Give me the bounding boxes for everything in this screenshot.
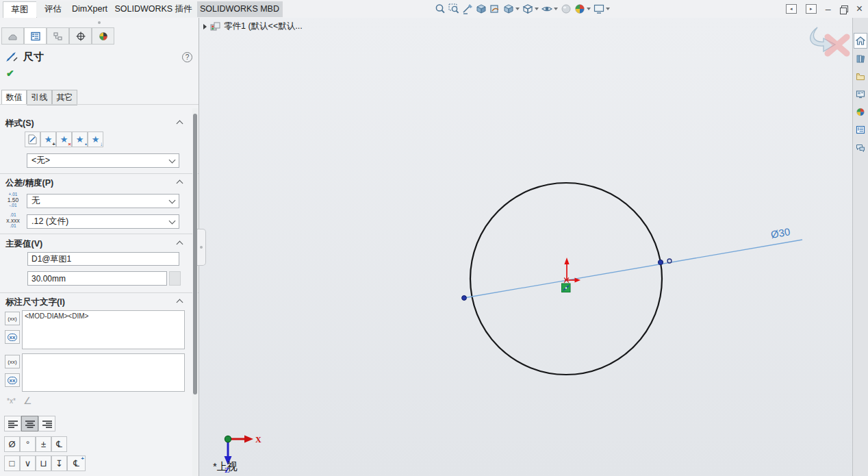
graphics-viewport[interactable]: 零件1 (默认<<默认... Ø30 — [199, 18, 852, 476]
add-style-button[interactable]: ★+ — [40, 131, 56, 147]
dimension-icon — [5, 51, 19, 63]
justify-left-button[interactable] — [4, 416, 21, 431]
zoom-fit-icon[interactable] — [434, 3, 446, 15]
dynamic-annotation-icon[interactable] — [489, 3, 501, 15]
minimize-button[interactable]: – — [826, 1, 831, 16]
view-orientation-icon[interactable] — [502, 3, 520, 15]
view-settings-caret-icon[interactable] — [606, 8, 610, 10]
confirmation-corner — [810, 27, 847, 53]
relation-badge[interactable] — [562, 284, 571, 292]
precision-dropdown[interactable]: .12 (文件) — [27, 214, 179, 229]
apply-scene-icon[interactable] — [574, 3, 591, 15]
sketch-canvas[interactable]: Ø30 — [199, 18, 852, 476]
view-settings-icon[interactable] — [593, 3, 611, 15]
centerline-symbol-button[interactable]: ℄ — [51, 436, 67, 452]
tab-dimxpertmanager[interactable] — [69, 27, 92, 45]
panel-splitter-handle[interactable] — [197, 229, 206, 266]
section-view-icon[interactable] — [475, 3, 487, 15]
style-dropdown-caret-icon — [169, 156, 176, 163]
restore-button[interactable] — [840, 5, 847, 13]
sketch-circle[interactable] — [470, 183, 662, 375]
dimension-name-input[interactable] — [27, 252, 179, 266]
style-dropdown[interactable]: <无> — [27, 153, 179, 168]
tab-evaluate[interactable]: 评估 — [36, 1, 71, 17]
hide-show-items-icon[interactable] — [541, 3, 559, 15]
tab-propertymanager[interactable] — [24, 27, 47, 45]
sketch-point-on-circle[interactable] — [658, 260, 663, 264]
file-explorer-icon[interactable] — [854, 68, 867, 84]
dimension-value-input[interactable] — [27, 271, 167, 286]
view-orientation-label: *上视 — [213, 460, 238, 473]
apply-default-style-button[interactable] — [25, 131, 40, 147]
tab-configurationmanager[interactable] — [47, 27, 69, 45]
tab-mbd[interactable]: SOLIDWORKS MBD — [197, 1, 283, 17]
load-style-button[interactable]: ★↓ — [88, 131, 103, 147]
tab-sketch[interactable]: 草图 — [3, 1, 37, 18]
apply-scene-caret-icon[interactable] — [587, 8, 591, 10]
justify-right-button[interactable] — [38, 416, 55, 431]
close-button[interactable]: × — [856, 1, 863, 16]
diameter-symbol-button[interactable]: Ø — [4, 436, 20, 452]
manager-tab-strip — [1, 27, 114, 45]
plusminus-symbol-button[interactable]: ± — [36, 436, 51, 452]
more-symbols-button[interactable]: ℄ + — [67, 455, 86, 471]
pane-collapse-left-icon[interactable]: ◂ — [786, 4, 797, 14]
panel-collapse-handle[interactable] — [98, 21, 101, 24]
delete-style-button[interactable]: ★× — [56, 131, 72, 147]
hide-show-caret-icon[interactable] — [554, 8, 558, 10]
display-style-caret-icon[interactable] — [535, 8, 539, 10]
home-icon[interactable] — [854, 33, 867, 49]
tolerance-section-header[interactable]: 公差/精度(P) — [5, 177, 53, 189]
task-pane — [852, 18, 868, 476]
dim-text-override-button[interactable]: xx — [5, 330, 20, 344]
appearances-scenes-icon[interactable] — [854, 104, 867, 120]
dual-dim-text-override-button[interactable]: xx — [5, 373, 20, 387]
tab-value[interactable]: 数值 — [1, 90, 27, 105]
primary-value-section-header[interactable]: 主要值(V) — [5, 238, 42, 250]
save-style-button[interactable]: ★▪ — [72, 131, 88, 147]
tab-displaymanager[interactable] — [92, 27, 114, 45]
dimension-text-section-header[interactable]: 标注尺寸文字(I) — [5, 297, 65, 308]
solidworks-window: 草图 评估 DimXpert SOLIDWORKS 插件 SOLIDWORKS … — [0, 0, 868, 476]
zoom-selection-icon[interactable] — [461, 3, 474, 15]
square-symbol-button[interactable]: □ — [4, 455, 20, 471]
forum-icon[interactable] — [854, 140, 867, 155]
tab-other[interactable]: 其它 — [52, 90, 77, 105]
tolerance-dropdown[interactable]: 无 — [27, 194, 179, 208]
dimension-text-area[interactable]: <MOD-DIAM><DIM> — [22, 310, 185, 349]
help-icon[interactable]: ? — [182, 52, 192, 62]
dimension-value-spinner[interactable] — [169, 271, 181, 286]
dim-text-center-button[interactable]: (xx) — [5, 312, 20, 325]
sketch-point-left[interactable] — [462, 296, 467, 301]
countersink-symbol-button[interactable]: ∨ — [20, 455, 36, 471]
justify-center-button[interactable] — [21, 416, 38, 431]
custom-properties-icon[interactable] — [854, 122, 867, 138]
dual-dimension-text-area[interactable] — [22, 353, 185, 392]
style-section-header[interactable]: 样式(S) — [5, 118, 34, 129]
tab-addins[interactable]: SOLIDWORKS 插件 — [110, 1, 198, 17]
zoom-area-icon[interactable] — [448, 3, 460, 15]
depth-symbol-button[interactable]: ↧ — [51, 455, 67, 471]
dimension-handle-point[interactable] — [667, 259, 672, 263]
dual-dim-text-center-button[interactable]: (xx) — [5, 355, 20, 368]
tab-featuremanager[interactable] — [1, 27, 24, 45]
tolerance-dropdown-value: 无 — [31, 195, 40, 207]
dimension-leader-line[interactable] — [464, 240, 802, 298]
degree-symbol-button[interactable]: ° — [20, 436, 36, 452]
justify-buttons — [4, 416, 55, 431]
style-dropdown-value: <无> — [31, 155, 50, 166]
tab-dimxpert[interactable]: DimXpert — [70, 1, 110, 17]
dimension-value-label[interactable]: Ø30 — [770, 225, 791, 240]
display-style-icon[interactable] — [522, 3, 539, 15]
edit-appearance-icon[interactable] — [560, 3, 572, 15]
pm-subtabs: 数值 引线 其它 — [1, 90, 77, 105]
tab-leaders[interactable]: 引线 — [27, 90, 52, 105]
view-orientation-caret-icon[interactable] — [515, 8, 520, 10]
dual-value-icon: *x* — [7, 397, 16, 405]
counterbore-symbol-button[interactable]: ⊔ — [36, 455, 51, 471]
design-library-icon[interactable] — [854, 51, 867, 66]
ok-button[interactable]: ✔ — [6, 68, 14, 79]
view-palette-icon[interactable] — [854, 86, 867, 102]
window-controls: ◂ ▸ – × — [786, 0, 863, 18]
pane-collapse-right-icon[interactable]: ▸ — [806, 4, 817, 14]
